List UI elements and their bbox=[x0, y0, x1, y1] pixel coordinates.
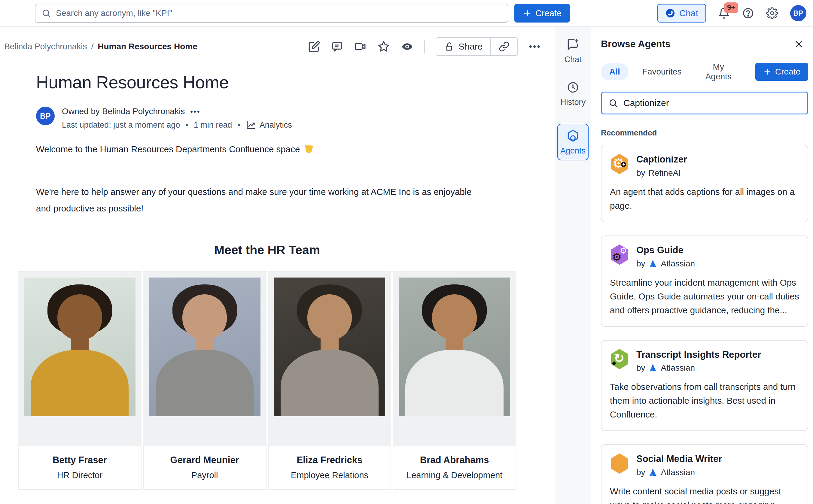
team-column: Eliza Fredricks Employee Relations bbox=[268, 271, 391, 490]
member-name: Betty Fraser bbox=[19, 455, 141, 466]
rovo-chat-icon bbox=[665, 8, 675, 18]
recommended-label: Recommended bbox=[601, 128, 808, 138]
notifications-button[interactable]: 9+ bbox=[718, 7, 730, 19]
divider bbox=[424, 40, 425, 53]
agent-description: Take observations from call transcripts … bbox=[610, 380, 799, 421]
close-icon bbox=[794, 39, 804, 49]
owner-more-dots[interactable]: ••• bbox=[190, 108, 200, 116]
create-button[interactable]: Create bbox=[514, 4, 570, 23]
search-icon bbox=[608, 98, 618, 108]
agent-description: An agent that adds captions for all imag… bbox=[610, 185, 799, 213]
owner-link[interactable]: Belinda Polychronakis bbox=[102, 107, 185, 116]
owner-avatar[interactable]: BP bbox=[36, 107, 55, 125]
chat-sparkle-icon bbox=[566, 38, 580, 51]
gear-icon bbox=[766, 7, 778, 19]
share-button[interactable]: Share bbox=[436, 37, 491, 56]
body-paragraph: We're here to help answer any of your qu… bbox=[36, 184, 478, 217]
user-avatar[interactable]: BP bbox=[790, 5, 806, 21]
team-member-card: Betty Fraser HR Director bbox=[18, 446, 142, 490]
star-icon bbox=[377, 40, 390, 53]
copy-link-button[interactable] bbox=[491, 37, 518, 56]
create-agent-button[interactable]: Create bbox=[755, 63, 808, 81]
search-icon bbox=[41, 8, 51, 18]
page-title: Human Resources Home bbox=[36, 72, 555, 92]
agent-description: Write content social media posts or sugg… bbox=[610, 484, 799, 504]
settings-button[interactable] bbox=[766, 7, 778, 19]
agent-card-ops-guide[interactable]: ⚙⚙ Ops Guide by Atlassian Streamline you… bbox=[601, 235, 808, 327]
rail-item-history[interactable]: History bbox=[560, 81, 586, 107]
team-column: Brad Abrahams Learning & Development bbox=[393, 271, 516, 490]
notifications-count-badge: 9+ bbox=[724, 2, 738, 13]
comment-icon bbox=[331, 41, 343, 53]
agent-search-input[interactable]: Captionizer bbox=[601, 92, 808, 114]
rail-item-chat[interactable]: Chat bbox=[564, 38, 581, 64]
member-role: Employee Relations bbox=[269, 470, 391, 480]
help-button[interactable] bbox=[742, 7, 754, 19]
team-heading: Meet the HR Team bbox=[18, 243, 516, 257]
agent-description: Streamline your incident management with… bbox=[610, 276, 799, 317]
tab-favourites[interactable]: Favourites bbox=[642, 67, 682, 77]
side-rail: Chat History Agents bbox=[555, 27, 591, 504]
more-actions-button[interactable]: ••• bbox=[529, 41, 541, 52]
topbar-right-cluster: Chat 9+ BP bbox=[657, 4, 806, 23]
agents-hexagon-icon bbox=[566, 129, 580, 142]
panel-title: Browse Agents bbox=[601, 38, 671, 50]
agent-vendor: Atlassian bbox=[661, 259, 695, 269]
tab-all[interactable]: All bbox=[601, 63, 629, 80]
breadcrumb-current-page: Human Resources Home bbox=[98, 42, 197, 51]
member-role: Payroll bbox=[144, 470, 266, 480]
agent-card-captionizer[interactable]: ⚙ Captionizer by RefineAI An agent that … bbox=[601, 145, 808, 222]
browse-agents-panel: Browse Agents All Favourites My Agents C… bbox=[591, 27, 813, 504]
history-clock-icon bbox=[567, 81, 579, 94]
page-content: Belinda Polychronakis / Human Resources … bbox=[0, 27, 555, 504]
favourite-button[interactable] bbox=[377, 40, 390, 53]
social-media-writer-agent-icon bbox=[610, 453, 629, 474]
wave-emoji bbox=[303, 144, 314, 155]
top-bar: Search any acronym, like "KPI" Create Ch… bbox=[0, 0, 813, 27]
agent-name: Social Media Writer bbox=[636, 453, 722, 465]
tab-my-agents[interactable]: My Agents bbox=[699, 62, 738, 81]
unlock-icon bbox=[444, 41, 454, 52]
read-time: 1 min read bbox=[194, 120, 232, 130]
atlassian-logo-icon bbox=[649, 363, 658, 372]
team-member-card: Eliza Fredricks Employee Relations bbox=[268, 446, 391, 490]
comments-button[interactable] bbox=[331, 41, 343, 53]
atlassian-logo-icon bbox=[649, 259, 658, 268]
team-member-card: Brad Abrahams Learning & Development bbox=[393, 446, 516, 490]
video-button[interactable] bbox=[354, 40, 367, 53]
plus-icon bbox=[763, 68, 772, 76]
close-panel-button[interactable] bbox=[794, 39, 804, 49]
plus-icon bbox=[523, 9, 532, 18]
analytics-link[interactable]: Analytics bbox=[246, 120, 292, 130]
help-icon bbox=[742, 7, 754, 19]
video-camera-icon bbox=[354, 40, 367, 53]
team-column: Betty Fraser HR Director bbox=[18, 271, 142, 490]
intro-paragraph: Welcome to the Human Resources Departmen… bbox=[36, 144, 555, 155]
agent-name: Captionizer bbox=[636, 154, 687, 165]
transcript-insights-agent-icon: ↻◆ bbox=[610, 349, 629, 369]
team-table: Betty Fraser HR Director Gerard Meunier … bbox=[18, 271, 516, 490]
watching-eye-icon bbox=[401, 40, 413, 53]
search-placeholder: Search any acronym, like "KPI" bbox=[56, 8, 172, 18]
chat-button[interactable]: Chat bbox=[657, 4, 706, 23]
watch-button[interactable] bbox=[401, 40, 413, 53]
member-name: Eliza Fredricks bbox=[269, 455, 391, 466]
breadcrumb-space-link[interactable]: Belinda Polychronakis bbox=[4, 42, 87, 51]
global-search-input[interactable]: Search any acronym, like "KPI" bbox=[35, 4, 508, 23]
team-column: Gerard Meunier Payroll bbox=[143, 271, 266, 490]
breadcrumb: Belinda Polychronakis / Human Resources … bbox=[4, 42, 197, 51]
analytics-chart-icon bbox=[246, 120, 256, 130]
agent-vendor: Atlassian bbox=[661, 468, 695, 477]
last-updated: Last updated: just a moment ago bbox=[62, 120, 180, 130]
agent-card-social-media-writer[interactable]: Social Media Writer by Atlassian Write c… bbox=[601, 444, 808, 504]
member-role: Learning & Development bbox=[393, 470, 516, 480]
agent-name: Transcript Insights Reporter bbox=[636, 349, 761, 361]
link-icon bbox=[499, 41, 510, 52]
team-photo-betty-fraser bbox=[24, 278, 135, 416]
team-photo-brad-abrahams bbox=[399, 278, 510, 416]
agent-card-transcript-insights-reporter[interactable]: ↻◆ Transcript Insights Reporter by Atlas… bbox=[601, 340, 808, 431]
edit-button[interactable] bbox=[308, 41, 320, 53]
rail-item-agents[interactable]: Agents bbox=[557, 124, 589, 160]
edit-icon bbox=[308, 41, 320, 53]
atlassian-logo-icon bbox=[649, 468, 658, 477]
